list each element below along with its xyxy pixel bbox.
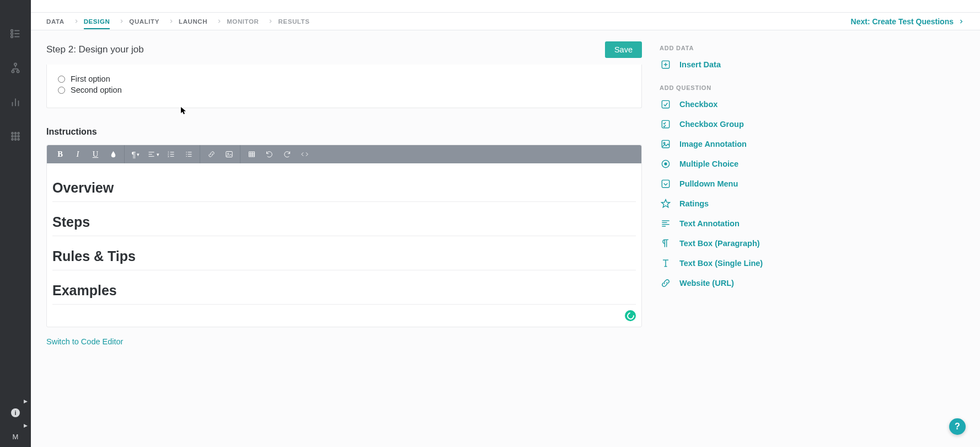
next-step-link[interactable]: Next: Create Test Questions — [851, 13, 965, 30]
add-ratings-button[interactable]: Ratings — [658, 194, 829, 214]
insert-image-button[interactable] — [220, 145, 238, 163]
crumb-data[interactable]: DATA — [46, 18, 65, 25]
radio-input[interactable] — [58, 87, 65, 94]
radio-option-1[interactable]: First option — [58, 74, 630, 83]
add-textbox-single-button[interactable]: Text Box (Single Line) — [658, 253, 829, 273]
label: Website (URL) — [679, 279, 734, 288]
rail-analytics-icon[interactable] — [8, 94, 23, 110]
help-fab-button[interactable]: ? — [949, 418, 966, 435]
chevron-right-icon — [119, 18, 125, 24]
svg-text:3: 3 — [168, 156, 169, 158]
pulldown-icon — [660, 178, 672, 190]
rail-expand-icon[interactable]: ▶ — [24, 398, 28, 404]
insert-data-button[interactable]: Insert Data — [658, 55, 829, 74]
rail-expand-icon-2[interactable]: ▶ — [24, 423, 28, 428]
add-data-header: ADD DATA — [660, 45, 829, 51]
bold-button[interactable]: B — [51, 145, 69, 163]
label: Text Annotation — [679, 219, 740, 228]
svg-point-6 — [14, 63, 17, 65]
chevron-right-icon — [267, 18, 274, 24]
radio-option-2[interactable]: Second option — [58, 86, 630, 94]
svg-point-34 — [186, 152, 187, 153]
svg-point-22 — [12, 139, 13, 140]
svg-point-21 — [18, 136, 19, 137]
switch-code-editor-link[interactable]: Switch to Code Editor — [46, 337, 642, 346]
svg-point-53 — [663, 142, 665, 144]
add-pulldown-button[interactable]: Pulldown Menu — [658, 174, 829, 194]
paragraph-format-button[interactable]: ¶▾ — [127, 145, 144, 163]
undo-button[interactable] — [260, 145, 278, 163]
svg-point-4 — [11, 36, 13, 38]
align-button[interactable]: ▾ — [144, 145, 162, 163]
svg-rect-56 — [662, 180, 669, 187]
label: Multiple Choice — [679, 159, 738, 168]
grammarly-icon[interactable] — [625, 310, 636, 321]
italic-button[interactable]: I — [69, 145, 87, 163]
svg-rect-42 — [249, 152, 254, 157]
add-text-annotation-button[interactable]: Text Annotation — [658, 214, 829, 233]
text-single-icon — [660, 257, 672, 269]
editor-toolbar: B I U ¶▾ ▾ 123 — [47, 145, 641, 163]
svg-point-55 — [664, 162, 667, 165]
radio-label: Second option — [71, 86, 122, 94]
svg-point-18 — [18, 132, 19, 134]
checkbox-group-icon — [660, 118, 672, 130]
instructions-heading: Instructions — [46, 127, 642, 137]
insert-data-icon — [660, 58, 672, 71]
add-website-button[interactable]: Website (URL) — [658, 273, 829, 293]
add-checkbox-button[interactable]: Checkbox — [658, 94, 829, 114]
mouse-cursor-icon — [180, 107, 187, 115]
crumb-quality[interactable]: QUALITY — [129, 18, 159, 25]
svg-point-41 — [227, 153, 228, 154]
radio-input[interactable] — [58, 76, 65, 83]
underline-button[interactable]: U — [87, 145, 104, 163]
crumb-results[interactable]: RESULTS — [278, 18, 309, 25]
label: Insert Data — [679, 60, 721, 69]
instructions-editor: B I U ¶▾ ▾ 123 — [46, 145, 642, 327]
chevron-right-icon — [168, 18, 174, 24]
redo-button[interactable] — [278, 145, 296, 163]
question-card[interactable]: First option Second option — [46, 65, 642, 108]
label: Pulldown Menu — [679, 179, 738, 188]
svg-point-23 — [15, 139, 17, 140]
save-button[interactable]: Save — [605, 41, 642, 58]
ratings-icon — [660, 198, 672, 210]
code-view-button[interactable] — [296, 145, 313, 163]
label: Checkbox Group — [679, 120, 744, 129]
text-annotation-icon — [660, 217, 672, 230]
rail-user-avatar[interactable]: M — [9, 430, 22, 443]
unordered-list-button[interactable] — [180, 145, 197, 163]
rail-info-icon[interactable]: i — [11, 408, 20, 417]
paragraph-icon — [660, 237, 672, 249]
add-checkbox-group-button[interactable]: Checkbox Group — [658, 114, 829, 134]
nav-rail: ▶ i ▶ M — [0, 0, 31, 447]
svg-point-12 — [17, 70, 19, 72]
right-panel: ADD DATA Insert Data ADD QUESTION Checkb… — [658, 41, 829, 293]
color-button[interactable] — [104, 145, 122, 163]
page-title: Step 2: Design your job — [46, 44, 144, 55]
radio-label: First option — [71, 74, 110, 83]
svg-point-16 — [12, 132, 13, 134]
crumb-design[interactable]: DESIGN — [84, 18, 110, 25]
add-multiple-choice-button[interactable]: Multiple Choice — [658, 154, 829, 174]
add-image-annotation-button[interactable]: Image Annotation — [658, 134, 829, 154]
rail-contributors-icon[interactable] — [8, 129, 23, 144]
label: Ratings — [679, 199, 709, 208]
label: Checkbox — [679, 100, 717, 109]
svg-point-2 — [11, 33, 13, 35]
checkbox-icon — [660, 98, 672, 110]
crumb-launch[interactable]: LAUNCH — [179, 18, 207, 25]
svg-marker-57 — [662, 200, 670, 207]
insert-table-button[interactable] — [243, 145, 260, 163]
add-textbox-paragraph-button[interactable]: Text Box (Paragraph) — [658, 233, 829, 253]
next-step-label: Next: Create Test Questions — [851, 17, 954, 26]
svg-point-19 — [12, 136, 13, 137]
rail-jobs-icon[interactable] — [8, 26, 23, 41]
rail-workflows-icon[interactable] — [8, 60, 23, 76]
ordered-list-button[interactable]: 123 — [162, 145, 180, 163]
crumb-monitor[interactable]: MONITOR — [227, 18, 259, 25]
insert-link-button[interactable] — [202, 145, 220, 163]
editor-content[interactable]: Overview Steps Rules & Tips Examples — [47, 163, 641, 327]
svg-point-20 — [15, 136, 17, 137]
editor-heading-examples: Examples — [52, 276, 636, 305]
